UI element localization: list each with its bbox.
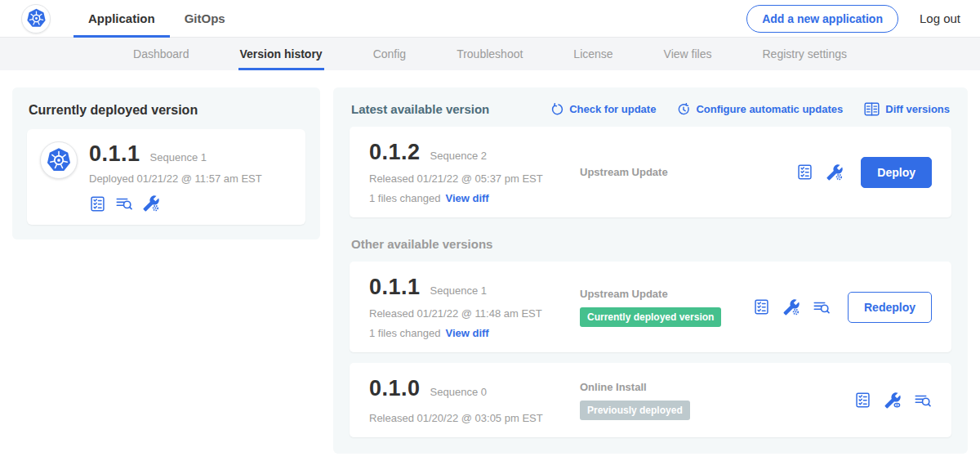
edit-config-icon[interactable] [826,163,844,181]
view-files-icon[interactable] [914,392,932,410]
app-logo-icon [40,141,78,179]
release-notes-icon[interactable] [854,392,871,409]
release-notes-icon[interactable] [796,163,813,181]
diff-versions-link[interactable]: Diff versions [864,102,950,116]
version-number: 0.1.1 [369,275,421,300]
deployed-panel-title: Currently deployed version [29,103,305,118]
version-number: 0.1.2 [369,140,421,165]
version-source-label: Online Install [580,381,854,393]
sequence-label: Sequence 0 [430,386,487,398]
deployed-timestamp: Deployed 01/21/22 @ 11:57 am EST [89,172,262,185]
check-for-update-label: Check for update [569,103,656,115]
tab-application-label: Application [88,11,155,25]
subnav-item-registry-settings[interactable]: Registry settings [761,38,849,70]
other-versions-title: Other available versions [351,237,950,251]
released-timestamp: Released 01/21/22 @ 05:37 pm EST [369,172,580,185]
subnav-item-config[interactable]: Config [372,38,408,70]
version-card: 0.1.1 Sequence 1 Released 01/21/22 @ 11:… [350,262,951,352]
version-source-label: Upstream Update [580,288,753,300]
files-changed-label: 1 files changed [369,327,440,339]
redeploy-button[interactable]: Redeploy [848,292,932,323]
logout-button[interactable]: Log out [920,11,960,25]
released-timestamp: Released 01/20/22 @ 03:05 pm EST [369,412,580,424]
version-number: 0.1.0 [369,376,421,401]
deployed-version-number: 0.1.1 [89,141,140,167]
deploy-button[interactable]: Deploy [861,157,932,188]
view-diff-link[interactable]: View diff [445,327,488,339]
tab-application[interactable]: Application [74,0,170,38]
auto-update-icon [677,103,690,116]
version-card: 0.1.0 Sequence 0 Released 01/20/22 @ 03:… [350,363,951,437]
diff-icon [864,102,880,116]
add-application-button[interactable]: Add a new application [746,5,898,33]
deployed-sequence-label: Sequence 1 [150,151,207,163]
released-timestamp: Released 01/21/22 @ 11:48 am EST [369,307,580,320]
configure-automatic-updates-label: Configure automatic updates [696,103,843,115]
top-nav: Application GitOps Add a new application… [0,0,980,38]
status-badge: Currently deployed version [580,307,721,327]
sequence-label: Sequence 1 [430,284,487,297]
currently-deployed-panel: Currently deployed version 0.1.1 Sequenc… [12,87,320,239]
kubernetes-logo-icon [21,4,51,34]
tab-gitops-label: GitOps [185,11,225,25]
subnav-item-troubleshoot[interactable]: Troubleshoot [455,38,524,70]
release-notes-icon[interactable] [753,298,770,316]
configure-automatic-updates-link[interactable]: Configure automatic updates [677,103,843,116]
view-files-icon[interactable] [813,298,831,316]
files-changed-label: 1 files changed [369,192,440,204]
available-versions-panel: Latest available version Check for updat… [333,87,968,454]
check-for-update-link[interactable]: Check for update [550,103,656,116]
view-diff-link[interactable]: View diff [445,192,488,204]
version-history-page: Currently deployed version 0.1.1 Sequenc… [0,70,980,454]
deployed-version-card: 0.1.1 Sequence 1 Deployed 01/21/22 @ 11:… [27,129,305,225]
release-notes-icon[interactable] [89,195,106,213]
status-badge: Previously deployed [580,401,690,420]
edit-config-icon[interactable] [142,195,160,213]
sequence-label: Sequence 2 [430,150,487,162]
subnav-item-license[interactable]: License [572,38,614,70]
subnav-item-view-files[interactable]: View files [662,38,714,70]
subnav-item-dashboard[interactable]: Dashboard [131,38,191,70]
tab-gitops[interactable]: GitOps [170,0,240,38]
view-files-icon[interactable] [115,195,133,213]
refresh-icon [550,103,564,116]
diff-versions-label: Diff versions [885,103,950,115]
version-source-label: Upstream Update [580,166,796,178]
subnav-item-version-history[interactable]: Version history [238,38,324,70]
view-config-icon[interactable] [884,392,902,410]
version-card: 0.1.2 Sequence 2 Released 01/21/22 @ 05:… [350,127,951,217]
app-sub-nav: Dashboard Version history Config Trouble… [0,38,980,70]
edit-config-icon[interactable] [782,298,800,316]
latest-version-title: Latest available version [351,102,489,116]
